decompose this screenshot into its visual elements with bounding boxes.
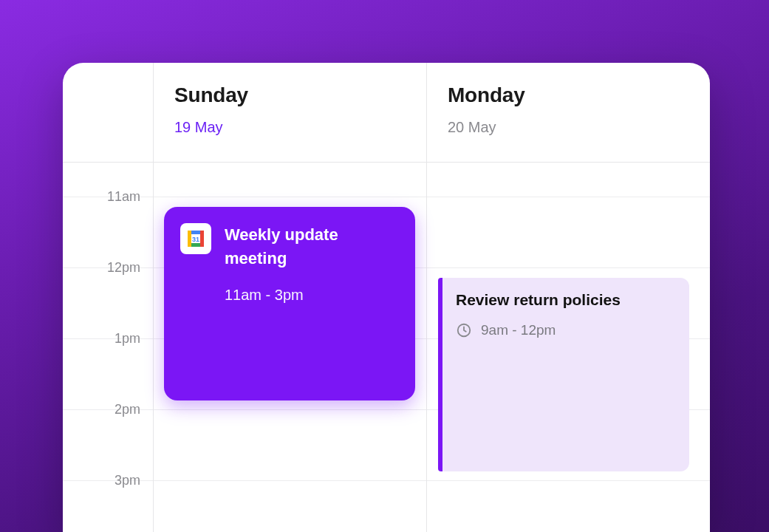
event-title: Review return policies [456, 291, 674, 309]
day-date: 20 May [448, 119, 680, 136]
day-column-header-sunday[interactable]: Sunday 19 May [154, 63, 427, 162]
google-calendar-icon: 31 [180, 223, 211, 254]
svg-text:31: 31 [192, 236, 199, 243]
day-name: Monday [448, 83, 680, 107]
event-time: 9am - 12pm [481, 322, 556, 338]
time-gutter-header [63, 63, 154, 162]
day-name: Sunday [174, 83, 406, 107]
clock-icon [456, 322, 472, 338]
time-label: 12pm [63, 260, 154, 276]
event-time: 11am - 3pm [225, 287, 399, 304]
event-title: Weekly update meeting [225, 223, 399, 270]
time-label: 2pm [63, 402, 154, 417]
time-label: 11am [63, 189, 154, 205]
event-review-return-policies[interactable]: Review return policies 9am - 12pm [438, 278, 689, 471]
calendar-grid: 11am 12pm 1pm 2pm 3pm 31 [63, 163, 710, 532]
svg-rect-3 [188, 231, 191, 247]
event-weekly-update-meeting[interactable]: 31 Weekly update meeting 11am - 3pm [164, 207, 415, 400]
svg-rect-4 [200, 231, 204, 247]
google-calendar-icon: 31 [187, 230, 205, 248]
calendar-card: Sunday 19 May Monday 20 May 11am 12pm 1p… [63, 63, 710, 532]
event-body: Weekly update meeting 11am - 3pm [225, 223, 399, 384]
calendar-header: Sunday 19 May Monday 20 May [63, 63, 710, 163]
day-column-header-monday[interactable]: Monday 20 May [427, 63, 700, 162]
time-label: 3pm [63, 473, 154, 488]
event-time-row: 9am - 12pm [456, 322, 674, 338]
app-background: Sunday 19 May Monday 20 May 11am 12pm 1p… [0, 0, 769, 532]
time-label: 1pm [63, 331, 154, 347]
day-date: 19 May [174, 119, 406, 136]
